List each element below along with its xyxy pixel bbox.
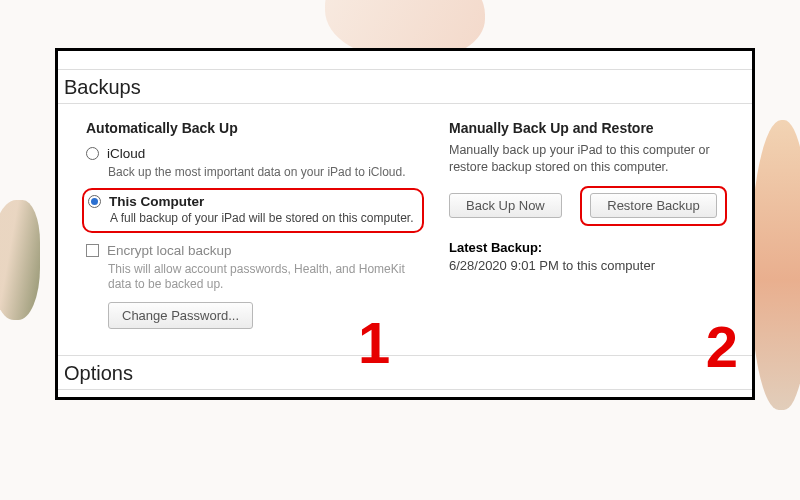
section-title-backups: Backups <box>58 70 752 103</box>
divider <box>58 389 752 390</box>
radio-label-this-computer: This Computer <box>109 194 204 209</box>
latest-backup-label: Latest Backup: <box>449 240 748 255</box>
this-computer-description: A full backup of your iPad will be store… <box>88 211 416 226</box>
manual-backup-column: Manually Back Up and Restore Manually ba… <box>449 120 748 333</box>
latest-backup-value: 6/28/2020 9:01 PM to this computer <box>449 258 748 273</box>
auto-backup-column: Automatically Back Up iCloud Back up the… <box>86 120 431 333</box>
manual-title: Manually Back Up and Restore <box>449 120 748 136</box>
checkbox-icon <box>86 244 99 257</box>
radio-icon <box>86 147 99 160</box>
change-password-button[interactable]: Change Password... <box>108 302 253 329</box>
checkbox-option-encrypt[interactable]: Encrypt local backup <box>86 243 431 258</box>
checkbox-label-encrypt: Encrypt local backup <box>107 243 232 258</box>
highlight-restore-backup: Restore Backup <box>580 186 728 226</box>
icloud-description: Back up the most important data on your … <box>86 165 431 180</box>
highlight-this-computer: This Computer A full backup of your iPad… <box>82 188 424 233</box>
annotation-number-2: 2 <box>706 313 738 380</box>
annotation-number-1: 1 <box>358 309 390 376</box>
radio-option-this-computer[interactable]: This Computer <box>88 194 416 209</box>
radio-label-icloud: iCloud <box>107 146 145 161</box>
backups-content: Automatically Back Up iCloud Back up the… <box>58 104 752 355</box>
manual-button-row: Back Up Now Restore Backup <box>449 186 748 226</box>
restore-backup-button[interactable]: Restore Backup <box>590 193 717 218</box>
encrypt-description: This will allow account passwords, Healt… <box>86 262 431 292</box>
radio-icon <box>88 195 101 208</box>
section-title-options: Options <box>58 356 752 389</box>
back-up-now-button[interactable]: Back Up Now <box>449 193 562 218</box>
manual-description: Manually back up your iPad to this compu… <box>449 142 748 176</box>
radio-option-icloud[interactable]: iCloud <box>86 146 431 161</box>
settings-window: Backups Automatically Back Up iCloud Bac… <box>55 48 755 400</box>
auto-backup-title: Automatically Back Up <box>86 120 431 136</box>
